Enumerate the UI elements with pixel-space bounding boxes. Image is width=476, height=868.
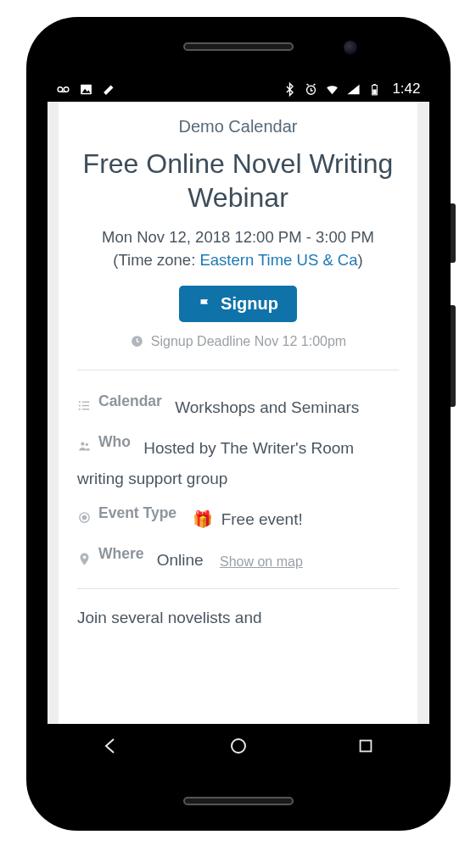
info-row-who: Who Hosted by The Writer's Room writing … bbox=[77, 428, 399, 494]
who-label: Who bbox=[98, 428, 131, 456]
android-nav-bar bbox=[48, 724, 429, 771]
back-button[interactable] bbox=[101, 736, 121, 760]
where-label: Where bbox=[98, 540, 143, 568]
svg-point-0 bbox=[58, 86, 63, 92]
divider bbox=[77, 588, 399, 589]
recents-button[interactable] bbox=[356, 737, 375, 759]
where-value: Online bbox=[157, 552, 204, 570]
screen: 1:42 Demo Calendar Free Online Novel Wri… bbox=[48, 76, 429, 771]
flag-icon bbox=[198, 297, 212, 311]
type-label: Event Type bbox=[98, 499, 176, 527]
app-content: Demo Calendar Free Online Novel Writing … bbox=[48, 102, 429, 724]
breadcrumb[interactable]: Demo Calendar bbox=[77, 117, 399, 136]
svg-point-12 bbox=[79, 404, 81, 406]
image-icon bbox=[79, 82, 93, 97]
speaker-grille-top bbox=[183, 42, 294, 51]
people-icon bbox=[77, 435, 92, 449]
event-datetime: Mon Nov 12, 2018 12:00 PM - 3:00 PM (Tim… bbox=[77, 226, 399, 272]
signal-icon bbox=[346, 82, 361, 97]
info-row-type: Event Type 🎁 Free event! bbox=[77, 499, 399, 535]
event-info: Calendar Workshops and Seminars Who Host… bbox=[77, 387, 399, 576]
svg-rect-7 bbox=[373, 84, 376, 85]
calendar-label: Calendar bbox=[98, 387, 162, 415]
alarm-icon bbox=[304, 82, 318, 97]
voicemail-icon bbox=[56, 82, 70, 97]
svg-rect-22 bbox=[361, 741, 372, 752]
side-button-2 bbox=[451, 305, 456, 407]
speaker-grille-bottom bbox=[183, 797, 294, 805]
timezone-link[interactable]: Eastern Time US & Ca bbox=[199, 251, 357, 269]
calendar-value: Workshops and Seminars bbox=[175, 398, 359, 416]
svg-point-19 bbox=[82, 516, 86, 520]
svg-point-16 bbox=[81, 442, 84, 446]
gift-icon: 🎁 bbox=[193, 510, 213, 528]
side-button-1 bbox=[451, 203, 456, 263]
svg-point-21 bbox=[232, 739, 245, 753]
divider bbox=[77, 370, 399, 370]
event-description: Join several novelists and bbox=[77, 606, 399, 631]
svg-point-14 bbox=[79, 408, 81, 409]
edit-icon bbox=[102, 82, 116, 97]
svg-rect-8 bbox=[373, 89, 377, 94]
tz-suffix: ) bbox=[358, 251, 363, 269]
info-row-calendar: Calendar Workshops and Seminars bbox=[77, 387, 399, 423]
svg-point-20 bbox=[83, 555, 87, 559]
svg-rect-11 bbox=[82, 401, 90, 402]
bluetooth-icon bbox=[283, 82, 297, 97]
page-title: Free Online Novel Writing Webinar bbox=[77, 147, 399, 214]
svg-rect-13 bbox=[82, 405, 90, 406]
signup-button[interactable]: Signup bbox=[179, 286, 297, 322]
wifi-icon bbox=[325, 82, 339, 97]
show-on-map-link[interactable]: Show on map bbox=[220, 554, 303, 569]
event-card: Demo Calendar Free Online Novel Writing … bbox=[59, 102, 417, 724]
signup-deadline: Signup Deadline Nov 12 1:00pm bbox=[77, 334, 399, 349]
type-value: Free event! bbox=[221, 510, 303, 528]
svg-point-17 bbox=[86, 443, 88, 446]
svg-rect-15 bbox=[82, 409, 90, 409]
front-camera bbox=[344, 41, 357, 54]
pin-icon bbox=[77, 548, 92, 562]
svg-point-1 bbox=[64, 86, 69, 92]
clock-icon bbox=[130, 334, 144, 348]
datetime-text: Mon Nov 12, 2018 12:00 PM - 3:00 PM bbox=[102, 228, 374, 246]
info-row-where: Where Online Show on map bbox=[77, 540, 399, 576]
svg-point-10 bbox=[79, 401, 81, 403]
deadline-text: Signup Deadline Nov 12 1:00pm bbox=[151, 334, 346, 349]
tz-prefix: (Time zone: bbox=[113, 251, 199, 269]
list-icon bbox=[77, 394, 92, 409]
battery-icon bbox=[367, 82, 382, 97]
phone-frame: 1:42 Demo Calendar Free Online Novel Wri… bbox=[26, 17, 451, 831]
home-button[interactable] bbox=[228, 736, 249, 760]
status-bar: 1:42 bbox=[48, 76, 429, 102]
status-clock: 1:42 bbox=[392, 81, 420, 97]
radio-icon bbox=[77, 506, 92, 520]
signup-label: Signup bbox=[221, 294, 278, 314]
